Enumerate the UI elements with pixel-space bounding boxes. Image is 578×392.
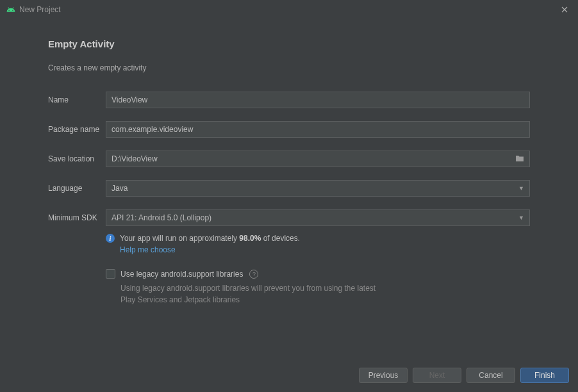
help-icon[interactable]: ?: [249, 270, 258, 279]
browse-folder-icon[interactable]: [510, 154, 529, 164]
minimum-sdk-select[interactable]: API 21: Android 5.0 (Lollipop) ▼: [106, 209, 530, 226]
language-select[interactable]: Java ▼: [106, 180, 530, 197]
page-heading: Empty Activity: [48, 38, 530, 49]
minimum-sdk-label: Minimum SDK: [48, 213, 106, 222]
package-name-row: Package name: [48, 121, 530, 138]
sdk-info-text: i Your app will run on approximately 98.…: [106, 234, 530, 243]
finish-button[interactable]: Finish: [520, 368, 569, 383]
button-bar: Previous Next Cancel Finish: [359, 368, 569, 383]
minimum-sdk-value: API 21: Android 5.0 (Lollipop): [111, 213, 211, 222]
minimum-sdk-row: Minimum SDK API 21: Android 5.0 (Lollipo…: [48, 209, 530, 226]
name-label: Name: [48, 95, 106, 104]
legacy-libraries-label: Use legacy android.support libraries: [120, 270, 243, 279]
titlebar: New Project: [0, 0, 578, 19]
android-icon: [6, 5, 15, 14]
package-name-input[interactable]: [106, 121, 530, 138]
name-input[interactable]: [106, 92, 530, 108]
previous-button[interactable]: Previous: [359, 368, 408, 383]
sdk-info-section: i Your app will run on approximately 98.…: [106, 234, 530, 255]
language-value: Java: [111, 184, 128, 193]
cancel-button[interactable]: Cancel: [467, 368, 515, 383]
close-icon[interactable]: [557, 3, 572, 16]
next-button: Next: [413, 368, 461, 383]
chevron-down-icon: ▼: [518, 185, 524, 192]
name-row: Name: [48, 92, 530, 108]
legacy-libraries-row: Use legacy android.support libraries ?: [106, 269, 530, 279]
content-area: Empty Activity Creates a new empty activ…: [0, 19, 578, 306]
package-name-label: Package name: [48, 125, 106, 134]
legacy-libraries-checkbox[interactable]: [106, 269, 115, 279]
save-location-input[interactable]: [106, 154, 510, 163]
chevron-down-icon: ▼: [518, 215, 524, 221]
save-location-field: [106, 151, 530, 167]
save-location-row: Save location: [48, 151, 530, 167]
info-icon: i: [106, 234, 115, 243]
language-label: Language: [48, 184, 106, 193]
legacy-libraries-hint: Using legacy android.support libraries w…: [120, 282, 377, 306]
save-location-label: Save location: [48, 154, 106, 163]
page-subheading: Creates a new empty activity: [48, 63, 530, 72]
language-row: Language Java ▼: [48, 180, 530, 197]
help-me-choose-link[interactable]: Help me choose: [120, 245, 176, 254]
window-title: New Project: [19, 5, 61, 14]
